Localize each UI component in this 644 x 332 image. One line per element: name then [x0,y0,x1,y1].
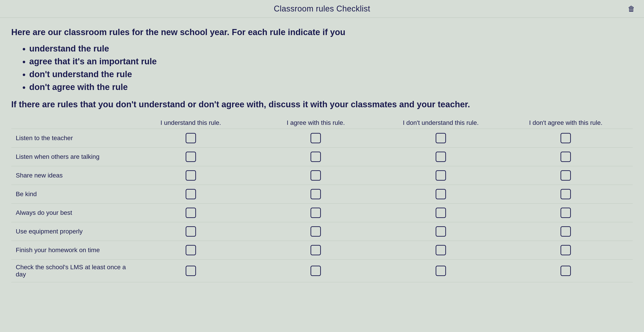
checkbox-5-dont-understand[interactable] [436,226,446,237]
checkbox-cell-7-0 [128,266,253,276]
checkbox-cell-4-3 [503,208,628,218]
checkbox-5-dont-agree[interactable] [560,226,571,237]
rule-label-7: Check the school's LMS at least once a d… [16,264,128,278]
main-content: Here are our classroom rules for the new… [0,18,644,291]
column-headers: I understand this rule. I agree with thi… [11,119,633,126]
bullet-item-3: don't agree with the rule [29,81,633,94]
header: Classroom rules Checklist 🗑 [0,0,644,18]
rule-label-2: Share new ideas [16,172,128,179]
checkbox-cell-2-0 [128,170,253,181]
checkbox-1-dont-understand[interactable] [436,152,446,162]
bullet-list: understand the rule agree that it's an i… [11,42,633,94]
checkbox-1-agree[interactable] [310,152,321,162]
checkbox-6-agree[interactable] [310,245,321,255]
checkbox-cell-1-0 [128,152,253,162]
rule-label-5: Use equipment properly [16,228,128,235]
checkbox-2-agree[interactable] [310,170,321,181]
checkbox-6-dont-agree[interactable] [560,245,571,255]
rule-row-1: Listen when others are talking [11,147,633,166]
checkbox-cell-4-1 [253,208,378,218]
checkbox-cell-1-2 [378,152,503,162]
rule-label-0: Listen to the teacher [16,134,128,142]
checkbox-cell-1-3 [503,152,628,162]
checkbox-cell-6-2 [378,245,503,255]
rule-row-2: Share new ideas [11,166,633,185]
checkbox-7-dont-agree[interactable] [560,266,571,276]
checkbox-5-agree[interactable] [310,226,321,237]
checkbox-cell-7-2 [378,266,503,276]
checkbox-cell-1-1 [253,152,378,162]
checkbox-7-understand[interactable] [186,266,196,276]
col-header-dont-understand: I don't understand this rule. [378,119,503,126]
page-title: Classroom rules Checklist [274,4,370,13]
rule-row-5: Use equipment properly [11,222,633,241]
app-container: Classroom rules Checklist 🗑 Here are our… [0,0,644,332]
checkbox-cell-0-3 [503,133,628,143]
checkbox-0-dont-understand[interactable] [436,133,446,143]
checkbox-cell-5-1 [253,226,378,237]
checkbox-cell-0-2 [378,133,503,143]
checkbox-cell-3-1 [253,189,378,199]
col-header-agree: I agree with this rule. [253,119,378,126]
rule-row-3: Be kind [11,185,633,203]
rule-row-4: Always do your best [11,203,633,222]
checkbox-3-dont-agree[interactable] [560,189,571,199]
checkbox-cell-0-0 [128,133,253,143]
bullet-item-1: agree that it's an important rule [29,55,633,68]
checkbox-4-dont-agree[interactable] [560,208,571,218]
checkbox-cell-4-2 [378,208,503,218]
rule-label-6: Finish your homework on time [16,247,128,254]
rule-label-4: Always do your best [16,209,128,216]
checkbox-7-dont-understand[interactable] [436,266,446,276]
checkbox-3-understand[interactable] [186,189,196,199]
checkbox-cell-7-1 [253,266,378,276]
checkbox-cell-3-0 [128,189,253,199]
checkbox-3-dont-understand[interactable] [436,189,446,199]
checkbox-5-understand[interactable] [186,226,196,237]
checkbox-cell-2-1 [253,170,378,181]
checkbox-6-understand[interactable] [186,245,196,255]
checkbox-6-dont-understand[interactable] [436,245,446,255]
checkbox-cell-6-3 [503,245,628,255]
checkbox-3-agree[interactable] [310,189,321,199]
checkbox-cell-4-0 [128,208,253,218]
checkbox-4-understand[interactable] [186,208,196,218]
bullet-item-2: don't understand the rule [29,68,633,81]
checkbox-cell-6-1 [253,245,378,255]
checkbox-cell-5-3 [503,226,628,237]
checkbox-1-understand[interactable] [186,152,196,162]
checkbox-0-agree[interactable] [310,133,321,143]
checkbox-cell-2-3 [503,170,628,181]
checkbox-7-agree[interactable] [310,266,321,276]
checkbox-cell-0-1 [253,133,378,143]
checkbox-4-dont-understand[interactable] [436,208,446,218]
checkbox-cell-6-0 [128,245,253,255]
rule-label-1: Listen when others are talking [16,153,128,160]
checkbox-0-understand[interactable] [186,133,196,143]
checkbox-0-dont-agree[interactable] [560,133,571,143]
checkbox-cell-2-2 [378,170,503,181]
discussion-text: If there are rules that you don't unders… [11,99,633,110]
col-header-understand: I understand this rule. [128,119,253,126]
checkbox-cell-3-2 [378,189,503,199]
col-header-dont-agree: I don't agree with this rule. [503,119,628,126]
intro-text: Here are our classroom rules for the new… [11,27,633,38]
checkbox-2-understand[interactable] [186,170,196,181]
checkbox-cell-5-0 [128,226,253,237]
checkbox-cell-5-2 [378,226,503,237]
checkbox-2-dont-understand[interactable] [436,170,446,181]
col-header-empty [16,119,128,126]
checkbox-1-dont-agree[interactable] [560,152,571,162]
rule-label-3: Be kind [16,191,128,198]
rule-row-7: Check the school's LMS at least once a d… [11,259,633,282]
bullet-item-0: understand the rule [29,42,633,55]
checkbox-4-agree[interactable] [310,208,321,218]
checkbox-2-dont-agree[interactable] [560,170,571,181]
rule-row-0: Listen to the teacher [11,129,633,147]
rule-row-6: Finish your homework on time [11,241,633,259]
rules-table: I understand this rule. I agree with thi… [11,119,633,282]
checkbox-cell-3-3 [503,189,628,199]
trash-icon[interactable]: 🗑 [628,5,635,13]
checkbox-cell-7-3 [503,266,628,276]
